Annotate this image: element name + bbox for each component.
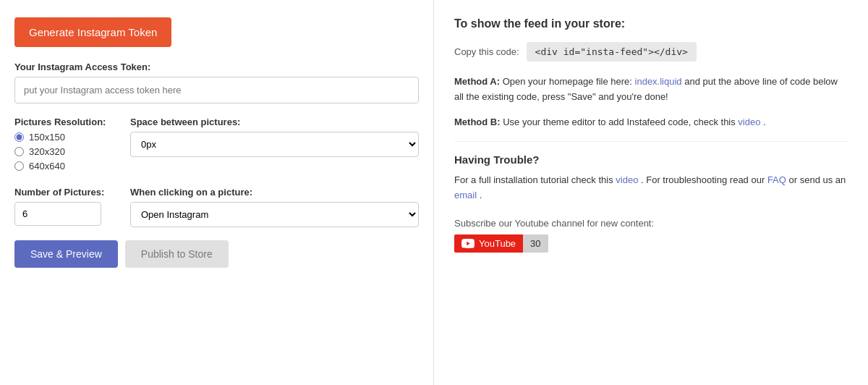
resolution-space-row: Pictures Resolution: 150x150 320x320 640… — [14, 117, 419, 175]
youtube-btn-wrap: YouTube 30 — [454, 234, 848, 253]
resolution-320-radio[interactable] — [14, 147, 24, 156]
resolution-radio-group: 150x150 320x320 640x640 — [14, 132, 116, 172]
resolution-col: Pictures Resolution: 150x150 320x320 640… — [14, 117, 116, 175]
resolution-640[interactable]: 640x640 — [14, 161, 116, 172]
code-snippet[interactable]: <div id="insta-feed"></div> — [527, 42, 697, 62]
num-pictures-input[interactable] — [14, 202, 101, 226]
token-input[interactable] — [14, 77, 419, 103]
youtube-btn-label: YouTube — [479, 238, 516, 249]
action-buttons: Save & Preview Publish to Store — [14, 240, 419, 268]
resolution-640-label: 640x640 — [29, 161, 65, 172]
method-a-text: Method A: Open your homepage file here: … — [454, 75, 848, 105]
save-preview-button[interactable]: Save & Preview — [14, 240, 118, 268]
resolution-150-label: 150x150 — [29, 132, 65, 143]
click-action-col: When clicking on a picture: Open Instagr… — [130, 187, 419, 227]
trouble-middle: . For troubleshooting read our — [641, 174, 767, 185]
youtube-icon — [461, 239, 475, 248]
trouble-heading: Having Trouble? — [454, 153, 848, 166]
resolution-320-label: 320x320 — [29, 146, 65, 157]
resolution-label: Pictures Resolution: — [14, 117, 116, 127]
copy-code-label: Copy this code: — [454, 46, 519, 57]
method-a-prefix: Open your homepage file here: — [503, 76, 635, 87]
youtube-section: Subscribe our Youtube channel for new co… — [454, 218, 848, 253]
method-b-suffix: . — [763, 117, 766, 127]
right-panel: To show the feed in your store: Copy thi… — [434, 0, 868, 385]
method-a-index-link[interactable]: index.liquid — [635, 76, 682, 87]
resolution-150[interactable]: 150x150 — [14, 132, 116, 143]
trouble-end: . — [480, 190, 482, 200]
click-action-label: When clicking on a picture: — [130, 187, 419, 198]
trouble-prefix: For a full installation tutorial check t… — [454, 174, 616, 185]
generate-token-button[interactable]: Generate Instagram Token — [14, 17, 171, 47]
space-label: Space between pictures: — [130, 117, 419, 127]
space-col: Space between pictures: 0px 5px 10px 15p… — [130, 117, 419, 175]
method-b-video-link[interactable]: video — [738, 117, 760, 127]
youtube-subscribe-button[interactable]: YouTube — [454, 234, 523, 253]
num-pictures-click-row: Number of Pictures: When clicking on a p… — [14, 187, 419, 227]
method-b-bold: Method B: — [454, 117, 501, 127]
youtube-subscribe-label: Subscribe our Youtube channel for new co… — [454, 218, 848, 229]
resolution-320[interactable]: 320x320 — [14, 146, 116, 157]
trouble-or: or send us an — [789, 174, 846, 185]
copy-code-row: Copy this code: <div id="insta-feed"></d… — [454, 42, 848, 62]
token-label: Your Instagram Access Token: — [14, 62, 419, 72]
trouble-faq-link[interactable]: FAQ — [767, 174, 786, 185]
num-pictures-label: Number of Pictures: — [14, 187, 116, 198]
resolution-640-radio[interactable] — [14, 161, 24, 171]
method-a-bold: Method A: — [454, 76, 500, 87]
publish-store-button[interactable]: Publish to Store — [125, 240, 229, 268]
youtube-count: 30 — [523, 234, 548, 253]
trouble-video-link[interactable]: video — [616, 174, 638, 185]
resolution-150-radio[interactable] — [14, 132, 24, 142]
divider — [454, 141, 848, 142]
click-action-select[interactable]: Open Instagram Open image Nothing — [130, 202, 419, 227]
show-feed-heading: To show the feed in your store: — [454, 17, 848, 30]
trouble-text: For a full installation tutorial check t… — [454, 173, 848, 203]
method-b-prefix: Use your theme editor to add Instafeed c… — [503, 117, 738, 127]
left-panel: Generate Instagram Token Your Instagram … — [0, 0, 434, 385]
method-b-text: Method B: Use your theme editor to add I… — [454, 115, 848, 130]
trouble-email-link[interactable]: email — [454, 190, 477, 200]
num-pictures-col: Number of Pictures: — [14, 187, 116, 227]
space-select[interactable]: 0px 5px 10px 15px 20px — [130, 132, 419, 157]
